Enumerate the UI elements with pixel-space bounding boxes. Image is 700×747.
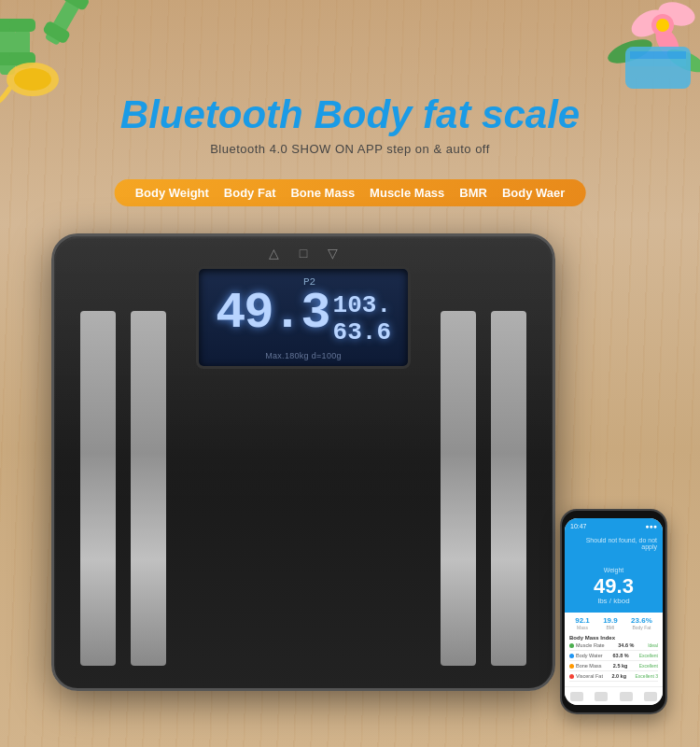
title-bluetooth: Bluetooth Body bbox=[120, 92, 413, 136]
subtitle: Bluetooth 4.0 SHOW ON APP step on & auto… bbox=[0, 142, 700, 156]
plant-decoration bbox=[537, 0, 700, 107]
scale-device: △ □ ▽ P2 49.3 103. 63.6 Max.180kg d=100g bbox=[51, 233, 555, 691]
scale-outer: △ □ ▽ P2 49.3 103. 63.6 Max.180kg d=100g bbox=[51, 233, 555, 691]
electrode-right-1 bbox=[441, 311, 476, 666]
square-icon: □ bbox=[300, 246, 307, 261]
lcd-display: P2 49.3 103. 63.6 Max.180kg d=100g bbox=[196, 266, 411, 369]
phone-app-title: Should not found, do not apply bbox=[570, 537, 657, 550]
phone-stat-dot-2 bbox=[569, 664, 574, 669]
phone-outer: 10:47 ●●● Should not found, do not apply… bbox=[560, 509, 667, 714]
phone-signal: ●●● bbox=[645, 523, 657, 529]
phone-weight-display: Weight 49.3 lbs / kbod bbox=[565, 556, 663, 613]
phone-stat-row-2: Bone Mass 2.5 kg Excellent bbox=[569, 661, 658, 671]
phone-metrics-row: 92.1 Mass 19.9 BMI 23.6% Body Fat bbox=[565, 613, 663, 632]
down-triangle-icon: ▽ bbox=[328, 246, 338, 261]
lcd-small-group: 103. 63.6 bbox=[333, 292, 391, 345]
features-bar: Body Weight Body Fat Bone Mass Muscle Ma… bbox=[115, 179, 586, 206]
lcd-screen: P2 49.3 103. 63.6 Max.180kg d=100g bbox=[196, 266, 411, 369]
phone-mockup: 10:47 ●●● Should not found, do not apply… bbox=[560, 509, 667, 714]
dumbbell-decoration bbox=[0, 0, 187, 107]
phone-stat-val-1: 63.8 % bbox=[613, 653, 629, 658]
phone-stat-badge-2: Excellent bbox=[639, 663, 658, 669]
phone-stat-badge-3: Excellent 3 bbox=[636, 673, 658, 679]
title-fat-scale: fat scale bbox=[423, 92, 580, 136]
lcd-main-weight: 49.3 bbox=[216, 289, 329, 339]
phone-stat-label-0: Muscle Rate bbox=[569, 642, 605, 648]
phone-stat-row-1: Body Water 63.8 % Excellent bbox=[569, 651, 658, 661]
electrode-right-2 bbox=[491, 311, 526, 666]
phone-nav-icon-2[interactable] bbox=[620, 692, 633, 701]
phone-stat-label-2: Bone Mass bbox=[569, 663, 602, 669]
feature-body-weight: Body Weight bbox=[135, 186, 209, 200]
electrode-left-1 bbox=[80, 311, 116, 666]
feature-body-fat: Body Fat bbox=[224, 186, 276, 200]
phone-weight-unit: lbs / kbod bbox=[565, 597, 663, 605]
phone-stat-dot-0 bbox=[569, 643, 574, 648]
feature-muscle-mass: Muscle Mass bbox=[370, 186, 444, 200]
lcd-secondary-bottom: 63.6 bbox=[333, 319, 391, 346]
feature-body-waer: Body Waer bbox=[502, 186, 565, 200]
top-decorations bbox=[0, 0, 700, 103]
phone-metric-label-2: Body Fat bbox=[631, 625, 652, 630]
lcd-max-text: Max.180kg d=100g bbox=[265, 351, 342, 360]
phone-metric-0: 92.1 Mass bbox=[575, 616, 590, 630]
phone-metric-2: 23.6% Body Fat bbox=[631, 616, 652, 630]
phone-nav-icon-3[interactable] bbox=[644, 692, 657, 701]
phone-metric-1: 19.9 BMI bbox=[603, 616, 618, 630]
phone-stat-label-3: Visceral Fat bbox=[569, 673, 603, 679]
phone-metric-val-1: 19.9 bbox=[603, 616, 618, 625]
phone-stat-badge-1: Excellent bbox=[639, 653, 658, 658]
phone-stat-row-0: Muscle Rate 34.6 % Ideal bbox=[569, 641, 658, 651]
lcd-p2-indicator: P2 bbox=[303, 276, 315, 288]
phone-metric-val-2: 23.6% bbox=[631, 616, 652, 625]
phone-weight-value: 49.3 bbox=[565, 576, 663, 597]
scale-top-icons: △ □ ▽ bbox=[269, 246, 338, 261]
phone-metric-label-0: Mass bbox=[575, 625, 590, 630]
phone-nav-icon-1[interactable] bbox=[595, 692, 608, 701]
phone-screen: 10:47 ●●● Should not found, do not apply… bbox=[565, 518, 663, 705]
phone-app-header: Should not found, do not apply bbox=[565, 533, 663, 556]
svg-point-15 bbox=[656, 19, 669, 32]
phone-status-bar: 10:47 ●●● bbox=[565, 518, 663, 533]
feature-bone-mass: Bone Mass bbox=[290, 186, 355, 200]
phone-time: 10:47 bbox=[570, 523, 587, 529]
triangle-icon: △ bbox=[269, 246, 279, 261]
main-title: Bluetooth Body fat scale bbox=[0, 93, 700, 136]
svg-rect-19 bbox=[630, 51, 686, 59]
svg-point-10 bbox=[14, 68, 51, 91]
phone-metric-label-1: BMI bbox=[603, 625, 618, 630]
phone-nav-icon-0[interactable] bbox=[570, 692, 583, 701]
phone-stat-val-3: 2.0 kg bbox=[611, 673, 626, 679]
electrode-left-2 bbox=[131, 311, 166, 666]
phone-stat-val-2: 2.5 kg bbox=[613, 663, 628, 669]
title-section: Bluetooth Body fat scale Bluetooth 4.0 S… bbox=[0, 93, 700, 156]
svg-rect-4 bbox=[9, 19, 35, 32]
phone-stat-val-0: 34.6 % bbox=[618, 642, 634, 648]
phone-stat-row-3: Visceral Fat 2.0 kg Excellent 3 bbox=[569, 671, 658, 682]
phone-stat-label-1: Body Water bbox=[569, 653, 603, 658]
phone-stat-dot-1 bbox=[569, 654, 574, 658]
phone-bmi-section: Body Mass Index Muscle Rate 34.6 % Ideal… bbox=[565, 632, 663, 684]
phone-weight-label: Weight bbox=[604, 567, 624, 573]
phone-metric-val-0: 92.1 bbox=[575, 616, 590, 625]
phone-nav-bar bbox=[565, 686, 663, 705]
phone-stat-badge-0: Ideal bbox=[648, 642, 658, 648]
lcd-secondary-top: 103. bbox=[333, 292, 391, 319]
svg-rect-20 bbox=[630, 59, 686, 66]
feature-bmr: BMR bbox=[459, 186, 487, 200]
lcd-numbers: 49.3 103. 63.6 bbox=[216, 289, 391, 345]
phone-stat-dot-3 bbox=[569, 674, 574, 679]
